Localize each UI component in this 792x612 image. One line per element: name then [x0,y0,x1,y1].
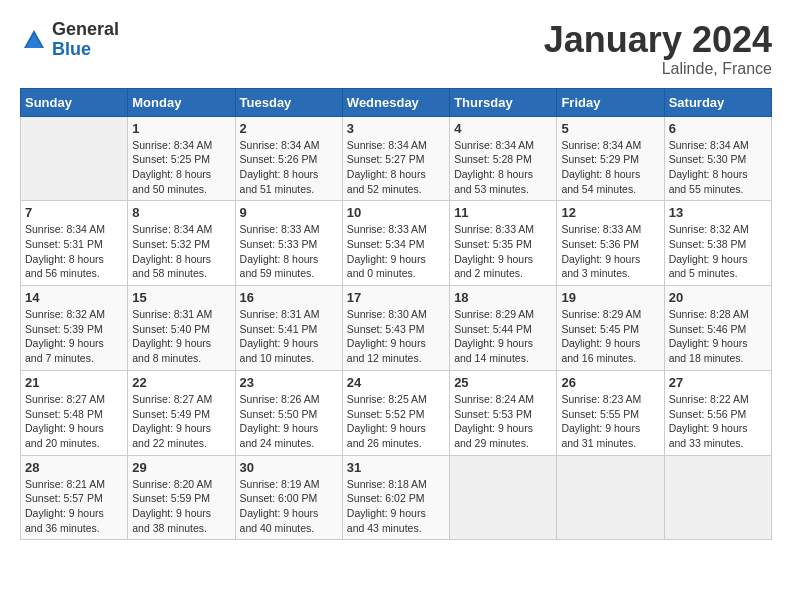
table-row: 31Sunrise: 8:18 AMSunset: 6:02 PMDayligh… [342,455,449,540]
day-number: 13 [669,205,767,220]
weekday-header-row: Sunday Monday Tuesday Wednesday Thursday… [21,88,772,116]
table-row: 12Sunrise: 8:33 AMSunset: 5:36 PMDayligh… [557,201,664,286]
table-row: 17Sunrise: 8:30 AMSunset: 5:43 PMDayligh… [342,286,449,371]
day-number: 5 [561,121,659,136]
day-number: 24 [347,375,445,390]
table-row: 16Sunrise: 8:31 AMSunset: 5:41 PMDayligh… [235,286,342,371]
calendar-table: Sunday Monday Tuesday Wednesday Thursday… [20,88,772,541]
table-row: 22Sunrise: 8:27 AMSunset: 5:49 PMDayligh… [128,370,235,455]
table-row: 28Sunrise: 8:21 AMSunset: 5:57 PMDayligh… [21,455,128,540]
header-friday: Friday [557,88,664,116]
calendar-week-row: 1Sunrise: 8:34 AMSunset: 5:25 PMDaylight… [21,116,772,201]
title-block: January 2024 Lalinde, France [544,20,772,78]
day-info: Sunrise: 8:28 AMSunset: 5:46 PMDaylight:… [669,307,767,366]
day-info: Sunrise: 8:34 AMSunset: 5:31 PMDaylight:… [25,222,123,281]
table-row: 14Sunrise: 8:32 AMSunset: 5:39 PMDayligh… [21,286,128,371]
calendar-week-row: 7Sunrise: 8:34 AMSunset: 5:31 PMDaylight… [21,201,772,286]
table-row: 4Sunrise: 8:34 AMSunset: 5:28 PMDaylight… [450,116,557,201]
table-row: 30Sunrise: 8:19 AMSunset: 6:00 PMDayligh… [235,455,342,540]
table-row: 1Sunrise: 8:34 AMSunset: 5:25 PMDaylight… [128,116,235,201]
day-number: 18 [454,290,552,305]
day-info: Sunrise: 8:33 AMSunset: 5:33 PMDaylight:… [240,222,338,281]
logo-general-text: General [52,20,119,40]
day-info: Sunrise: 8:31 AMSunset: 5:41 PMDaylight:… [240,307,338,366]
day-info: Sunrise: 8:24 AMSunset: 5:53 PMDaylight:… [454,392,552,451]
table-row: 18Sunrise: 8:29 AMSunset: 5:44 PMDayligh… [450,286,557,371]
day-number: 31 [347,460,445,475]
table-row: 6Sunrise: 8:34 AMSunset: 5:30 PMDaylight… [664,116,771,201]
table-row [21,116,128,201]
day-info: Sunrise: 8:23 AMSunset: 5:55 PMDaylight:… [561,392,659,451]
day-info: Sunrise: 8:29 AMSunset: 5:44 PMDaylight:… [454,307,552,366]
day-number: 21 [25,375,123,390]
day-info: Sunrise: 8:34 AMSunset: 5:30 PMDaylight:… [669,138,767,197]
table-row: 24Sunrise: 8:25 AMSunset: 5:52 PMDayligh… [342,370,449,455]
day-number: 16 [240,290,338,305]
logo-icon [20,26,48,54]
day-number: 2 [240,121,338,136]
day-info: Sunrise: 8:26 AMSunset: 5:50 PMDaylight:… [240,392,338,451]
calendar-week-row: 14Sunrise: 8:32 AMSunset: 5:39 PMDayligh… [21,286,772,371]
table-row: 11Sunrise: 8:33 AMSunset: 5:35 PMDayligh… [450,201,557,286]
table-row [664,455,771,540]
table-row [450,455,557,540]
table-row: 26Sunrise: 8:23 AMSunset: 5:55 PMDayligh… [557,370,664,455]
day-info: Sunrise: 8:19 AMSunset: 6:00 PMDaylight:… [240,477,338,536]
header-wednesday: Wednesday [342,88,449,116]
day-info: Sunrise: 8:34 AMSunset: 5:29 PMDaylight:… [561,138,659,197]
day-number: 20 [669,290,767,305]
logo-text: General Blue [52,20,119,60]
day-number: 27 [669,375,767,390]
day-info: Sunrise: 8:18 AMSunset: 6:02 PMDaylight:… [347,477,445,536]
table-row: 10Sunrise: 8:33 AMSunset: 5:34 PMDayligh… [342,201,449,286]
table-row: 8Sunrise: 8:34 AMSunset: 5:32 PMDaylight… [128,201,235,286]
day-info: Sunrise: 8:22 AMSunset: 5:56 PMDaylight:… [669,392,767,451]
header-sunday: Sunday [21,88,128,116]
header-thursday: Thursday [450,88,557,116]
logo-blue-text: Blue [52,40,119,60]
day-info: Sunrise: 8:30 AMSunset: 5:43 PMDaylight:… [347,307,445,366]
day-info: Sunrise: 8:32 AMSunset: 5:39 PMDaylight:… [25,307,123,366]
table-row: 7Sunrise: 8:34 AMSunset: 5:31 PMDaylight… [21,201,128,286]
day-info: Sunrise: 8:25 AMSunset: 5:52 PMDaylight:… [347,392,445,451]
day-info: Sunrise: 8:34 AMSunset: 5:32 PMDaylight:… [132,222,230,281]
location-subtitle: Lalinde, France [544,60,772,78]
day-info: Sunrise: 8:33 AMSunset: 5:34 PMDaylight:… [347,222,445,281]
day-number: 28 [25,460,123,475]
day-number: 11 [454,205,552,220]
table-row: 15Sunrise: 8:31 AMSunset: 5:40 PMDayligh… [128,286,235,371]
day-info: Sunrise: 8:21 AMSunset: 5:57 PMDaylight:… [25,477,123,536]
day-number: 22 [132,375,230,390]
table-row: 13Sunrise: 8:32 AMSunset: 5:38 PMDayligh… [664,201,771,286]
day-info: Sunrise: 8:27 AMSunset: 5:48 PMDaylight:… [25,392,123,451]
day-number: 10 [347,205,445,220]
logo: General Blue [20,20,119,60]
day-info: Sunrise: 8:34 AMSunset: 5:25 PMDaylight:… [132,138,230,197]
day-number: 14 [25,290,123,305]
table-row: 2Sunrise: 8:34 AMSunset: 5:26 PMDaylight… [235,116,342,201]
month-year-title: January 2024 [544,20,772,60]
page-header: General Blue January 2024 Lalinde, Franc… [20,20,772,78]
day-number: 7 [25,205,123,220]
table-row: 5Sunrise: 8:34 AMSunset: 5:29 PMDaylight… [557,116,664,201]
day-number: 25 [454,375,552,390]
day-info: Sunrise: 8:34 AMSunset: 5:27 PMDaylight:… [347,138,445,197]
day-number: 9 [240,205,338,220]
table-row: 9Sunrise: 8:33 AMSunset: 5:33 PMDaylight… [235,201,342,286]
day-info: Sunrise: 8:34 AMSunset: 5:26 PMDaylight:… [240,138,338,197]
day-number: 4 [454,121,552,136]
day-info: Sunrise: 8:33 AMSunset: 5:35 PMDaylight:… [454,222,552,281]
day-number: 15 [132,290,230,305]
day-number: 19 [561,290,659,305]
calendar-week-row: 28Sunrise: 8:21 AMSunset: 5:57 PMDayligh… [21,455,772,540]
day-info: Sunrise: 8:29 AMSunset: 5:45 PMDaylight:… [561,307,659,366]
day-number: 29 [132,460,230,475]
day-number: 26 [561,375,659,390]
table-row: 27Sunrise: 8:22 AMSunset: 5:56 PMDayligh… [664,370,771,455]
table-row: 23Sunrise: 8:26 AMSunset: 5:50 PMDayligh… [235,370,342,455]
table-row: 25Sunrise: 8:24 AMSunset: 5:53 PMDayligh… [450,370,557,455]
day-number: 3 [347,121,445,136]
day-number: 12 [561,205,659,220]
table-row: 29Sunrise: 8:20 AMSunset: 5:59 PMDayligh… [128,455,235,540]
day-info: Sunrise: 8:27 AMSunset: 5:49 PMDaylight:… [132,392,230,451]
